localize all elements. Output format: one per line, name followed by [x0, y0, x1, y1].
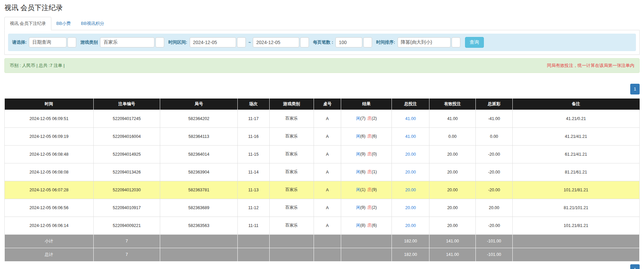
- banker-result: 庄: [367, 205, 372, 210]
- player-score: (6): [360, 134, 365, 139]
- cell-time: 2024-12-05 06:06:56: [5, 199, 94, 217]
- player-result: 闲: [356, 187, 361, 192]
- tab-betting-records[interactable]: 视讯 会员下注纪录: [4, 17, 51, 30]
- table-row: 2024-12-05 06:08:48 522094014925 5823640…: [5, 145, 640, 163]
- total-valid-bet: 141.00: [429, 248, 476, 261]
- empty-cell: [160, 234, 238, 248]
- banker-result: 庄: [367, 187, 372, 192]
- cell-game: 百家乐: [269, 110, 314, 127]
- cell-total-bet: 41.00: [392, 127, 429, 145]
- cell-remark: 101.21/81.21: [512, 181, 639, 199]
- subtotal-total-bet: 182.00: [392, 234, 429, 248]
- cell-round-id: 582364202: [160, 110, 238, 127]
- total-label: 总计: [5, 248, 94, 261]
- cell-round-id: 582364014: [160, 145, 238, 163]
- table-row: 2024-12-05 06:09:19 522094016004 5823641…: [5, 127, 640, 145]
- table-header-row: 时间 注单编号 局号 场次 游戏类别 桌号 结果 总投注 有效投注 总派彩 备注: [5, 99, 640, 110]
- cell-payout: -20.00: [476, 163, 513, 181]
- table-row-highlighted: 2024-12-05 06:07:28 522094012030 5823637…: [5, 181, 640, 199]
- total-bet-link[interactable]: 41.00: [405, 134, 416, 139]
- banker-score: (0): [372, 152, 377, 156]
- summary-info-bar: 币别 : 人民币 | 总共 :7 注单 | 同局有效投注，统一计算在该局第一张注…: [4, 58, 640, 73]
- cell-payout: 20.00: [476, 199, 513, 217]
- banker-result: 庄: [367, 116, 372, 121]
- cell-session: 11-12: [237, 199, 269, 217]
- table-row: 2024-12-05 06:06:56 522094010917 5823636…: [5, 199, 640, 217]
- game-type-group: 游戏类别 百家乐: [80, 37, 164, 47]
- sort-group: 时间排序: 降冪(由大到小): [376, 37, 460, 47]
- cell-time: 2024-12-05 06:08:08: [5, 163, 94, 181]
- tab-bb-tips[interactable]: BB小费: [51, 17, 76, 30]
- cell-game: 百家乐: [269, 181, 314, 199]
- empty-cell: [314, 248, 341, 261]
- cell-round-id: 582364113: [160, 127, 238, 145]
- cell-total-bet: 41.00: [392, 110, 429, 127]
- header-game-type: 游戏类别: [269, 99, 314, 110]
- date-range-label: 时间区间:: [168, 39, 187, 45]
- cell-game: 百家乐: [269, 199, 314, 217]
- subtotal-valid-bet: 141.00: [429, 234, 476, 248]
- cell-round-id: 582363904: [160, 163, 238, 181]
- cell-table-no: A: [314, 217, 341, 234]
- total-bet-link[interactable]: 20.00: [405, 188, 416, 192]
- header-total-bet: 总投注: [392, 99, 429, 110]
- total-bet-link[interactable]: 41.00: [405, 116, 416, 121]
- cell-payout: -20.00: [476, 181, 513, 199]
- total-bet-link[interactable]: 20.00: [405, 152, 416, 157]
- cell-result: 闲(6)庄(1): [341, 163, 392, 181]
- table-row: 2024-12-05 06:09:51 522094017245 5823642…: [5, 110, 640, 127]
- player-score: (8): [360, 223, 365, 228]
- date-to-input[interactable]: 2024-12-05: [253, 37, 299, 47]
- banker-result: 庄: [367, 169, 372, 174]
- query-type-input[interactable]: 日期查询: [29, 37, 66, 47]
- header-remark: 备注: [512, 99, 639, 110]
- page-1-button[interactable]: 1: [630, 84, 640, 94]
- banker-result: 庄: [367, 223, 372, 228]
- cell-result: 闲(9)庄(0): [341, 145, 392, 163]
- cell-bet-id: 522094009221: [93, 217, 160, 234]
- game-type-input[interactable]: 百家乐: [100, 37, 154, 47]
- cell-result: 闲(9)庄(2): [341, 199, 392, 217]
- game-type-dropdown-toggle[interactable]: [155, 37, 164, 47]
- pagination-top: 1: [4, 84, 640, 94]
- banker-result: 庄: [367, 152, 372, 156]
- query-type-dropdown-toggle[interactable]: [67, 37, 76, 47]
- cell-remark: 61.21/41.21: [512, 145, 639, 163]
- banker-score: (2): [372, 116, 377, 121]
- cell-remark: 81.21/61.21: [512, 163, 639, 181]
- page-title: 视讯 会员下注纪录: [4, 3, 640, 12]
- cell-remark: 41.21/41.21: [512, 127, 639, 145]
- banker-result: 庄: [367, 134, 372, 139]
- tab-bb-points[interactable]: BB视讯积分: [76, 17, 109, 30]
- date-to-picker-toggle[interactable]: [300, 37, 309, 47]
- query-type-group: 请选择: 日期查询: [12, 37, 76, 47]
- cell-round-id: 582363781: [160, 181, 238, 199]
- total-bet-link[interactable]: 20.00: [405, 223, 416, 228]
- table-row: 2024-12-05 06:08:08 522094013426 5823639…: [5, 163, 640, 181]
- cell-bet-id: 522094010917: [93, 199, 160, 217]
- per-page-dropdown-toggle[interactable]: [363, 37, 372, 47]
- header-result: 结果: [341, 99, 392, 110]
- cell-remark: 81.21/101.21: [512, 199, 639, 217]
- page-1-button-bottom[interactable]: 1: [630, 264, 640, 269]
- sort-dropdown-toggle[interactable]: [452, 37, 460, 47]
- per-page-input[interactable]: 100: [335, 37, 362, 47]
- game-type-label: 游戏类别: [80, 39, 98, 45]
- total-total-bet: 182.00: [392, 248, 429, 261]
- cell-time: 2024-12-05 06:06:14: [5, 217, 94, 234]
- total-bet-link[interactable]: 20.00: [405, 205, 416, 210]
- search-button[interactable]: 查询: [465, 37, 484, 48]
- cell-bet-id: 522094017245: [93, 110, 160, 127]
- same-round-notice: 同局有效投注，统一计算在该局第一张注单内: [547, 63, 634, 69]
- cell-session: 11-16: [237, 127, 269, 145]
- empty-cell: [237, 248, 269, 261]
- cell-game: 百家乐: [269, 163, 314, 181]
- total-bet-link[interactable]: 20.00: [405, 170, 416, 175]
- empty-cell: [512, 234, 639, 248]
- empty-cell: [512, 248, 639, 261]
- date-from-input[interactable]: 2024-12-05: [190, 37, 236, 47]
- sort-input[interactable]: 降冪(由大到小): [398, 37, 451, 47]
- date-from-picker-toggle[interactable]: [237, 37, 246, 47]
- cell-table-no: A: [314, 163, 341, 181]
- cell-valid-bet: 20.00: [429, 199, 476, 217]
